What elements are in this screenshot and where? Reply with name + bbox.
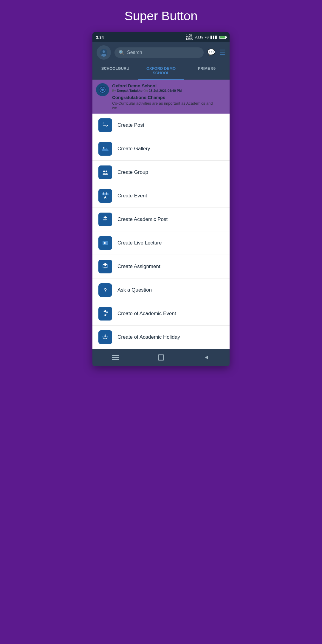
create-live-lecture-label: Create Live Lecture <box>117 240 162 246</box>
svg-rect-21 <box>103 219 107 220</box>
page-title: Super Button <box>124 9 197 23</box>
svg-rect-26 <box>104 245 106 246</box>
create-assignment-label: Create Assignment <box>117 264 160 270</box>
status-volte: VoLTE <box>195 36 203 39</box>
post-card-area: Oxford Demo School By Deepak Tadakhe On … <box>92 80 230 114</box>
status-bar: 3:34 1.00KB/S VoLTE ⁴G ▋▋▋ <box>92 32 230 42</box>
phone-frame: 3:34 1.00KB/S VoLTE ⁴G ▋▋▋ 🔍 Search 💬 ☰ <box>92 32 230 366</box>
svg-point-39 <box>107 336 108 338</box>
svg-rect-27 <box>103 267 108 270</box>
academic-event-icon <box>98 307 112 321</box>
create-group-icon <box>98 165 112 179</box>
nav-menu-icon[interactable] <box>109 353 121 362</box>
menu-item-academic-holiday[interactable]: Create of Academic Holiday <box>92 326 230 349</box>
chat-icon[interactable]: 💬 <box>207 49 215 56</box>
app-header: 🔍 Search 💬 ☰ <box>92 42 230 63</box>
menu-item-academic-event[interactable]: Create of Academic Event <box>92 302 230 326</box>
post-body: Co-Curricular activities are as importan… <box>112 101 217 110</box>
create-post-icon <box>98 118 112 132</box>
post-school-name: Oxford Demo School <box>112 83 217 88</box>
menu-item-create-gallery[interactable]: Create Gallery <box>92 137 230 161</box>
post-info: Oxford Demo School By Deepak Tadakhe On … <box>112 83 217 110</box>
status-right: 1.00KB/S VoLTE ⁴G ▋▋▋ <box>186 34 226 41</box>
status-time: 3:34 <box>96 35 104 40</box>
create-gallery-label: Create Gallery <box>117 146 150 152</box>
svg-rect-16 <box>102 193 109 195</box>
academic-holiday-label: Create of Academic Holiday <box>117 334 180 340</box>
svg-point-5 <box>101 89 104 91</box>
ask-question-icon: ? <box>98 283 112 297</box>
menu-item-create-event[interactable]: Create Event <box>92 184 230 208</box>
svg-point-9 <box>103 147 105 149</box>
academic-event-label: Create of Academic Event <box>117 311 176 317</box>
create-gallery-icon <box>98 142 112 156</box>
menu-item-ask-question[interactable]: ? Ask a Question <box>92 278 230 302</box>
battery-icon <box>219 36 226 39</box>
post-title: Congratulations Champs <box>112 95 217 100</box>
tabs-bar: SCHOOLGURU OXFORD DEMO SCHOOL PRIME 99 <box>92 63 230 80</box>
search-icon: 🔍 <box>119 50 125 55</box>
create-event-icon <box>98 189 112 203</box>
menu-icon[interactable]: ☰ <box>219 49 225 56</box>
ask-question-label: Ask a Question <box>117 287 152 293</box>
menu-item-create-academic-post[interactable]: Create Academic Post <box>92 208 230 231</box>
nav-back-icon[interactable] <box>201 353 213 362</box>
svg-point-12 <box>106 171 107 172</box>
create-assignment-icon <box>98 260 112 273</box>
header-icons: 💬 ☰ <box>207 49 225 56</box>
menu-item-create-live-lecture[interactable]: Create Live Lecture <box>92 231 230 255</box>
svg-rect-22 <box>103 221 106 221</box>
search-placeholder: Search <box>127 50 142 55</box>
tab-schoolguru[interactable]: SCHOOLGURU <box>92 63 138 80</box>
create-academic-post-label: Create Academic Post <box>117 216 168 222</box>
svg-rect-10 <box>102 169 109 176</box>
menu-item-create-post[interactable]: Create Post <box>92 114 230 137</box>
menu-list: Create Post Create Gallery <box>92 114 230 349</box>
svg-rect-40 <box>112 355 119 356</box>
status-4g: ⁴G <box>205 36 209 39</box>
svg-text:?: ? <box>104 287 107 293</box>
create-post-label: Create Post <box>117 122 144 128</box>
svg-point-38 <box>102 336 103 338</box>
svg-rect-29 <box>103 269 106 269</box>
search-bar[interactable]: 🔍 Search <box>114 47 204 58</box>
page-wrapper: Super Button 3:34 1.00KB/S VoLTE ⁴G ▋▋▋ … <box>80 0 242 366</box>
svg-point-14 <box>105 173 108 175</box>
menu-item-create-group[interactable]: Create Group <box>92 161 230 184</box>
svg-marker-44 <box>205 355 208 360</box>
svg-rect-28 <box>103 267 107 268</box>
create-group-label: Create Group <box>117 169 148 175</box>
bottom-nav <box>92 349 230 366</box>
svg-point-1 <box>103 50 105 53</box>
post-avatar <box>96 83 109 96</box>
svg-rect-41 <box>112 357 119 358</box>
academic-holiday-icon <box>98 330 112 344</box>
nav-home-icon[interactable] <box>155 353 167 362</box>
svg-rect-43 <box>158 355 164 360</box>
signal-icon: ▋▋▋ <box>210 36 218 39</box>
svg-point-11 <box>103 171 105 172</box>
create-event-label: Create Event <box>117 193 147 199</box>
status-data: 1.00KB/S <box>186 34 193 41</box>
menu-item-create-assignment[interactable]: Create Assignment <box>92 255 230 278</box>
create-academic-post-icon <box>98 213 112 226</box>
avatar <box>97 45 111 60</box>
svg-rect-42 <box>112 359 119 360</box>
tab-oxford[interactable]: OXFORD DEMO SCHOOL <box>138 63 184 80</box>
svg-point-2 <box>101 54 106 57</box>
post-meta: By Deepak Tadakhe On 23-Jul-2021 04:40 P… <box>112 89 217 92</box>
three-dots-button[interactable]: ⋮ <box>220 83 226 90</box>
tab-prime99[interactable]: PRIME 99 <box>184 63 230 80</box>
create-live-lecture-icon <box>98 236 112 250</box>
